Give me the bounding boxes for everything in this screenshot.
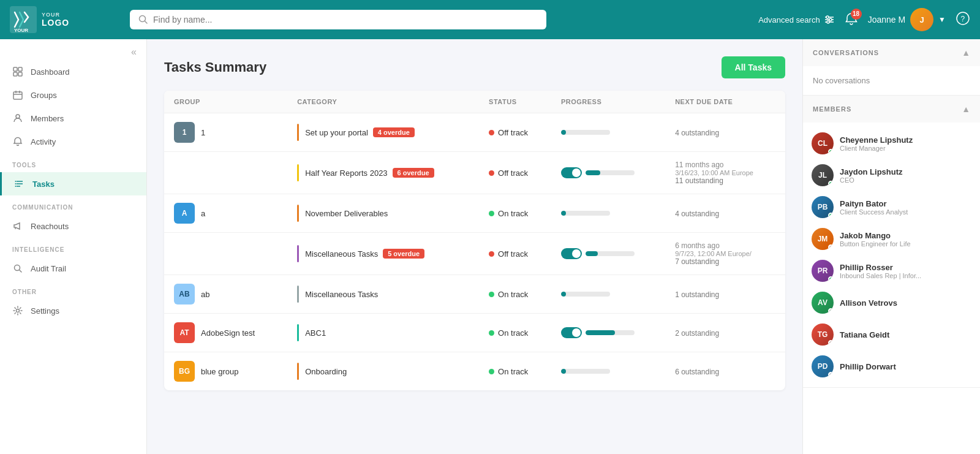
all-tasks-button[interactable]: All Tasks: [722, 56, 785, 78]
grid-icon: [12, 66, 23, 77]
member-item[interactable]: PBPaityn BatorClient Success Analyst: [803, 191, 980, 223]
status-text: Off track: [498, 249, 528, 259]
member-item[interactable]: JLJaydon LipshutzCEO: [803, 159, 980, 191]
due-date-ago: 11 months ago: [675, 161, 775, 169]
status-cell: On track: [479, 352, 551, 391]
notification-badge: 18: [851, 9, 862, 20]
member-name: Tatiana Geidt: [840, 330, 971, 339]
member-info: Allison Vetrovs: [840, 298, 971, 308]
member-item[interactable]: PDPhillip Dorwart: [803, 350, 980, 382]
group-badge: A: [174, 203, 195, 224]
svg-point-24: [15, 181, 17, 182]
toggle-switch[interactable]: [561, 327, 582, 338]
category-cell: ABC1: [287, 314, 479, 352]
group-cell: BGblue group: [164, 352, 287, 391]
user-menu[interactable]: Joanne M J ▼: [868, 8, 946, 31]
svg-line-29: [20, 270, 22, 273]
sidebar-item-label: Activity: [31, 137, 56, 146]
member-item[interactable]: CLCheyenne LipshutzClient Manager: [803, 127, 980, 159]
svg-point-30: [17, 309, 20, 312]
member-item[interactable]: PRPhillip RosserInbound Sales Rep | Info…: [803, 255, 980, 287]
member-avatar: PB: [812, 196, 834, 218]
svg-point-8: [829, 18, 832, 21]
search-input[interactable]: [153, 15, 538, 25]
svg-rect-14: [13, 72, 17, 76]
conversations-header: CONVERSATIONS ▲: [803, 39, 980, 66]
member-name: Paityn Bator: [840, 199, 971, 208]
progress-cell: [551, 113, 665, 152]
member-item[interactable]: JMJakob MangoButton Engineer for Life: [803, 223, 980, 255]
member-item[interactable]: TGTatiana Geidt: [803, 319, 980, 350]
overdue-badge: 6 overdue: [393, 168, 434, 178]
sidebar-item-reachouts[interactable]: Reachouts: [0, 214, 146, 238]
member-role: Client Success Analyst: [840, 208, 938, 216]
sidebar-item-members[interactable]: Members: [0, 107, 146, 130]
topnav-right: Advanced search 18 Joanne M J ▼: [758, 8, 970, 31]
tasks-table: GROUP CATEGORY STATUS PROGRESS NEXT DUE …: [164, 91, 785, 390]
category-cell: Onboarding: [287, 352, 479, 391]
member-item[interactable]: AVAllison Vetrovs: [803, 287, 980, 319]
search-bar[interactable]: [130, 10, 546, 29]
help-button[interactable]: ?: [956, 11, 970, 29]
member-role: Button Engineer for Life: [840, 240, 938, 248]
sidebar-item-label: Tasks: [32, 180, 55, 189]
svg-rect-13: [18, 67, 22, 71]
svg-point-25: [15, 183, 17, 184]
members-collapse-button[interactable]: ▲: [962, 104, 970, 114]
category-cell: November Deliverables: [287, 194, 479, 233]
status-text: Off track: [498, 128, 528, 137]
progress-cell: [551, 275, 665, 314]
member-status-dot: [828, 149, 834, 154]
notifications-button[interactable]: 18: [845, 12, 858, 28]
progress-cell: [551, 194, 665, 233]
member-info: Phillip Dorwart: [840, 362, 971, 371]
col-group: GROUP: [164, 91, 287, 113]
svg-point-9: [827, 21, 829, 23]
sidebar-item-settings[interactable]: Settings: [0, 299, 146, 322]
intelligence-section-label: INTELLIGENCE: [0, 238, 146, 257]
category-cell: Half Year Reports 20236 overdue: [287, 152, 479, 194]
advanced-search-button[interactable]: Advanced search: [758, 14, 834, 25]
group-cell: 11: [164, 113, 287, 152]
sidebar-item-groups[interactable]: Groups: [0, 83, 146, 107]
search-circle-icon: [12, 263, 23, 274]
category-name: Set up your portal: [305, 128, 368, 137]
group-name: ab: [201, 290, 209, 299]
progress-cell: [551, 152, 665, 194]
sidebar-item-tasks[interactable]: Tasks: [0, 172, 146, 195]
status-text: On track: [498, 367, 528, 376]
sidebar-collapse-button[interactable]: «: [131, 47, 137, 58]
member-avatar: CL: [812, 132, 834, 154]
tools-section-label: TOOLs: [0, 153, 146, 172]
member-avatar: AV: [812, 292, 834, 314]
svg-rect-12: [13, 67, 17, 71]
status-dot: [489, 369, 494, 374]
overdue-badge: 4 overdue: [373, 127, 415, 137]
table-row: ATAdobeSign testABC1On track2 outstandin…: [164, 314, 785, 352]
member-avatar: TG: [812, 323, 834, 346]
members-label: MEMBERS: [813, 105, 851, 113]
table-row: ABabMiscellaneous TasksOn track1 outstan…: [164, 275, 785, 314]
conversations-collapse-button[interactable]: ▲: [962, 48, 970, 58]
status-dot: [489, 130, 494, 135]
due-date-ago: 6 months ago: [675, 241, 775, 250]
toggle-switch[interactable]: [561, 167, 582, 178]
status-cell: On track: [479, 275, 551, 314]
sidebar-item-activity[interactable]: Activity: [0, 130, 146, 153]
status-dot: [489, 170, 494, 176]
toggle-switch[interactable]: [561, 248, 582, 259]
members-list: CLCheyenne LipshutzClient ManagerJLJaydo…: [803, 123, 980, 387]
group-badge: AB: [174, 284, 195, 305]
group-cell: [164, 233, 287, 275]
right-panel: CONVERSATIONS ▲ No coversations MEMBERS …: [802, 39, 980, 454]
sidebar-item-dashboard[interactable]: Dashboard: [0, 60, 146, 83]
sidebar-item-audit-trail[interactable]: Audit Trail: [0, 257, 146, 280]
status-cell: Off track: [479, 152, 551, 194]
due-date-cell: 11 months ago3/16/23, 10:00 AM Europe11 …: [665, 152, 785, 194]
member-status-dot: [828, 308, 834, 314]
conversations-section: CONVERSATIONS ▲ No coversations: [803, 39, 980, 96]
member-info: Jakob MangoButton Engineer for Life: [840, 231, 971, 248]
content-area: Tasks Summary All Tasks GROUP CATEGORY S…: [147, 39, 802, 454]
group-cell: [164, 152, 287, 194]
table-row: AaNovember DeliverablesOn track4 outstan…: [164, 194, 785, 233]
